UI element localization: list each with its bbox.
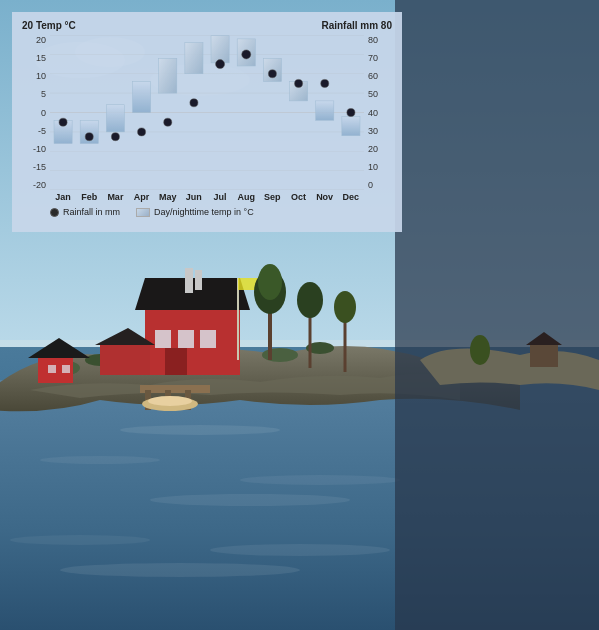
month-jun: Jun (181, 192, 207, 202)
svg-rect-65 (133, 82, 151, 113)
svg-rect-63 (106, 105, 124, 132)
svg-point-62 (85, 133, 93, 141)
month-dec: Dec (338, 192, 364, 202)
chart-area: 20 15 10 5 0 -5 -10 -15 -20 (22, 35, 392, 190)
climate-chart-svg (50, 35, 364, 190)
svg-marker-18 (28, 338, 90, 358)
svg-point-14 (262, 348, 298, 362)
month-sep: Sep (259, 192, 285, 202)
svg-rect-25 (165, 348, 187, 375)
chart-inner (50, 35, 364, 190)
svg-point-64 (111, 133, 119, 141)
svg-point-60 (59, 118, 67, 126)
month-jul: Jul (207, 192, 233, 202)
svg-point-70 (190, 99, 198, 107)
svg-point-9 (60, 563, 300, 577)
svg-point-82 (347, 109, 355, 117)
month-mar: Mar (102, 192, 128, 202)
svg-point-74 (242, 50, 251, 59)
legend-temp-item: Day/nighttime temp in °C (136, 207, 254, 217)
month-oct: Oct (285, 192, 311, 202)
svg-point-8 (10, 535, 150, 545)
legend-temp-label: Day/nighttime temp in °C (154, 207, 254, 217)
svg-rect-19 (48, 365, 56, 373)
svg-point-41 (258, 264, 282, 300)
chart-title-right: Rainfall mm 80 (321, 20, 392, 31)
svg-rect-28 (195, 270, 202, 290)
y-axis-right: 80 70 60 50 40 30 20 10 0 (364, 35, 392, 190)
svg-point-80 (321, 79, 329, 87)
svg-point-66 (138, 128, 146, 136)
svg-rect-46 (395, 0, 599, 630)
svg-point-78 (295, 79, 303, 87)
chart-legend: Rainfall in mm Day/nighttime temp in °C (22, 204, 392, 217)
svg-point-38 (148, 396, 192, 406)
svg-point-10 (240, 475, 400, 485)
y-axis-left: 20 15 10 5 0 -5 -10 -15 -20 (22, 35, 50, 190)
svg-rect-67 (159, 58, 177, 93)
legend-rainfall-icon (50, 208, 59, 217)
month-jan: Jan (50, 192, 76, 202)
svg-point-43 (297, 282, 323, 318)
svg-point-76 (268, 70, 276, 78)
legend-rainfall-item: Rainfall in mm (50, 207, 120, 217)
legend-rainfall-label: Rainfall in mm (63, 207, 120, 217)
svg-rect-29 (100, 345, 150, 375)
svg-rect-71 (211, 36, 229, 63)
svg-rect-23 (178, 330, 194, 348)
month-aug: Aug (233, 192, 259, 202)
svg-rect-20 (62, 365, 70, 373)
svg-point-47 (470, 335, 490, 365)
svg-rect-27 (185, 268, 193, 293)
svg-point-6 (40, 456, 160, 464)
svg-rect-22 (155, 330, 171, 348)
svg-point-68 (164, 118, 172, 126)
svg-rect-24 (200, 330, 216, 348)
svg-rect-79 (316, 101, 334, 120)
month-apr: Apr (129, 192, 155, 202)
month-may: May (155, 192, 181, 202)
svg-point-7 (150, 494, 350, 506)
chart-container: 20 Temp °C Rainfall mm 80 20 15 10 5 0 -… (12, 12, 402, 232)
svg-point-5 (120, 425, 280, 435)
svg-point-72 (216, 60, 225, 69)
legend-temp-icon (136, 208, 150, 217)
chart-title-left: 20 Temp °C (22, 20, 76, 31)
svg-point-11 (210, 544, 390, 556)
month-labels: Jan Feb Mar Apr May Jun Jul Aug Sep Oct … (22, 190, 392, 204)
svg-point-45 (334, 291, 356, 323)
month-nov: Nov (312, 192, 338, 202)
month-feb: Feb (76, 192, 102, 202)
chart-title-row: 20 Temp °C Rainfall mm 80 (22, 20, 392, 31)
svg-rect-81 (342, 116, 360, 135)
svg-rect-48 (530, 345, 558, 367)
svg-rect-69 (185, 43, 203, 74)
